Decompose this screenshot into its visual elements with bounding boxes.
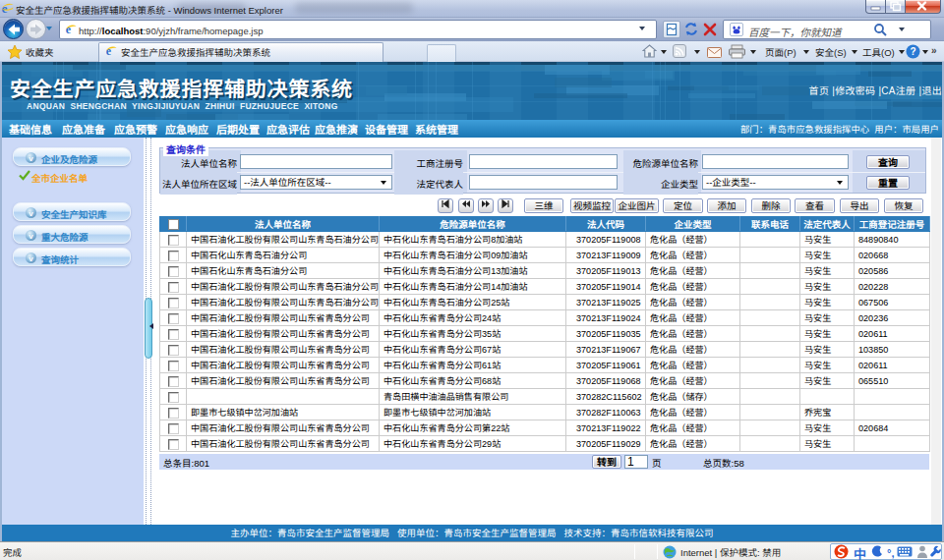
svg-text:e: e: [2, 2, 8, 15]
svg-text:e: e: [66, 24, 72, 35]
svg-text:e: e: [106, 45, 112, 57]
svg-text:?: ?: [910, 46, 915, 57]
